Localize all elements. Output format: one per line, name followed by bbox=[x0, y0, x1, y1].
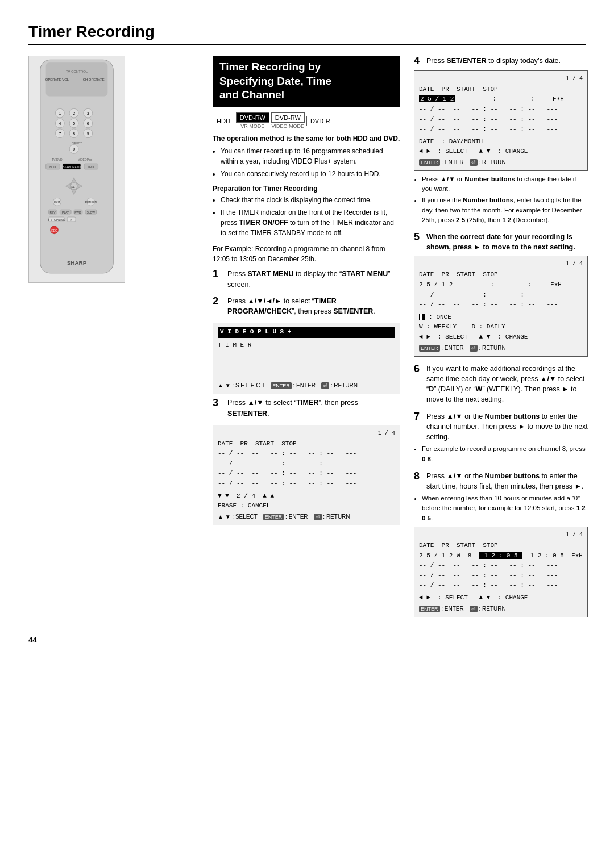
screen-vp-row2 bbox=[218, 350, 395, 360]
svg-text:|>: |> bbox=[70, 219, 72, 222]
step8-header: 8 Press ▲/▼ or the Number buttons to ent… bbox=[414, 471, 588, 491]
screen3-erase: ERASE : CANCEL bbox=[218, 501, 395, 511]
step-2: 2 Press ▲/▼/◄/► to select “TIMER PROGRAM… bbox=[213, 296, 400, 318]
prep-bullet-1: Check that the clock is displaying the c… bbox=[221, 195, 400, 205]
step4-text: Press SET/ENTER to display today’s date. bbox=[426, 56, 561, 66]
step5-num: 5 bbox=[414, 232, 423, 243]
tab-dvd-rw-vr[interactable]: DVD-RW bbox=[236, 112, 269, 123]
tab-dvd-r[interactable]: DVD-R bbox=[306, 116, 334, 126]
screen-videoplus: V I D E O P L U S + T I M E R ▲ ▼ : S E … bbox=[213, 323, 400, 394]
screen3-nav: ▲ ▼ : SELECT ENTER : ENTER ⏎ : RETURN bbox=[218, 512, 395, 521]
screen4-daterow: 2 5 / 1 2 -- -- : -- -- : -- F∗H bbox=[419, 94, 583, 105]
svg-text:5: 5 bbox=[73, 122, 75, 126]
screen4-row2: -- / -- -- -- : -- -- : -- --- bbox=[419, 105, 583, 115]
screen5-weekly-daily: W : WEEKLY D : DAILY bbox=[419, 322, 583, 332]
step-1-num: 1 bbox=[213, 269, 223, 290]
screen4-return: ⏎ : RETURN bbox=[470, 158, 506, 167]
step7-text: Press ▲/▼ or the Number buttons to enter… bbox=[426, 411, 588, 442]
tab-hdd[interactable]: HDD bbox=[213, 116, 234, 126]
svg-text:FWD: FWD bbox=[74, 211, 81, 214]
step7-bullet1: For example to record a programme on cha… bbox=[422, 444, 588, 464]
section-heading-line1: Timer Recording by bbox=[219, 60, 393, 74]
tab-dvd-rw-video[interactable]: DVD-RW bbox=[271, 112, 305, 123]
tab-video-label: VIDEO MODE bbox=[272, 123, 305, 129]
step8-bullet1: When entering less than 10 hours or minu… bbox=[422, 494, 588, 523]
svg-text:SET: SET bbox=[71, 186, 77, 189]
step-2-content: Press ▲/▼/◄/► to select “TIMER PROGRAM/C… bbox=[227, 296, 400, 318]
remote-svg: TV CONTROL OPERATE VOL CH OPERATE 1 2 3 … bbox=[28, 56, 125, 283]
screen4-enter: ENTER : ENTER bbox=[419, 158, 464, 167]
step6-text: If you want to make additional recording… bbox=[426, 364, 588, 405]
step7-bullets: For example to record a programme on cha… bbox=[414, 444, 588, 464]
screen5-row2: -- / -- -- -- : -- -- : -- --- bbox=[419, 290, 583, 301]
tab-dvd-rw-vr-group: DVD-RW VR MODE bbox=[236, 112, 269, 129]
screen5-once: ▌ : ONCE bbox=[419, 312, 583, 323]
tab-vr-label: VR MODE bbox=[240, 123, 264, 129]
screen4-row3: -- / -- -- -- : -- -- : -- --- bbox=[419, 115, 583, 125]
screen-vp-return: ⏎ : RETURN bbox=[321, 381, 358, 390]
section-heading-line3: and Channel bbox=[219, 88, 393, 102]
step8-num: 8 bbox=[414, 471, 423, 482]
screen-vp-row4 bbox=[218, 370, 395, 380]
svg-text:II STOP/LIVE: II STOP/LIVE bbox=[48, 219, 65, 222]
svg-text:6: 6 bbox=[87, 122, 89, 126]
svg-text:0: 0 bbox=[73, 147, 75, 151]
screen8-row2: -- / -- -- -- : -- -- : -- --- bbox=[419, 561, 583, 571]
screen3-enter: ENTER : ENTER bbox=[263, 512, 308, 521]
screen5-select: ◄ ► : SELECT ▲ ▼ : CHANGE bbox=[419, 332, 583, 343]
screen8-return: ⏎ : RETURN bbox=[470, 604, 506, 614]
right-step-7: 7 Press ▲/▼ or the Number buttons to ent… bbox=[414, 411, 588, 464]
screen4-header: DATE PR START STOP bbox=[419, 85, 583, 95]
right-step-5: 5 When the correct date for your recordi… bbox=[414, 232, 588, 356]
svg-text:CH OPERATE: CH OPERATE bbox=[83, 78, 105, 81]
bullet-list-1: You can timer record up to 16 programmes… bbox=[213, 146, 400, 179]
screen5-header: DATE PR START STOP bbox=[419, 270, 583, 280]
step4-bullet1: Press ▲/▼ or Number buttons to change th… bbox=[422, 174, 588, 194]
step4-header: 4 Press SET/ENTER to display today’s dat… bbox=[414, 56, 588, 67]
step6-header: 6 If you want to make additional recordi… bbox=[414, 364, 588, 405]
screen3-row3: -- / -- -- -- : -- -- : -- --- bbox=[218, 469, 395, 479]
screen8-daterow: 2 5 / 1 2 W 8 1 2 : 0 5 1 2 : 0 5 F∗H bbox=[419, 551, 583, 561]
step8-bullets: When entering less than 10 hours or minu… bbox=[414, 494, 588, 523]
svg-text:1: 1 bbox=[59, 111, 61, 115]
screen3-row1: -- / -- -- -- : -- -- : -- --- bbox=[218, 449, 395, 459]
screen5-return: ⏎ : RETURN bbox=[470, 344, 506, 353]
right-step-4: 4 Press SET/ENTER to display today’s dat… bbox=[414, 56, 588, 225]
main-layout: TV CONTROL OPERATE VOL CH OPERATE 1 2 3 … bbox=[28, 56, 586, 624]
svg-text:VIDEOPlus: VIDEOPlus bbox=[78, 158, 93, 161]
screen8-row3: -- / -- -- -- : -- -- : -- --- bbox=[419, 571, 583, 581]
svg-text:RETURN: RETURN bbox=[85, 201, 97, 204]
svg-text:OPERATE VOL: OPERATE VOL bbox=[45, 78, 69, 81]
screen5-fraction: 1 / 4 bbox=[419, 260, 583, 269]
svg-text:START MENU: START MENU bbox=[63, 166, 81, 169]
svg-text:2: 2 bbox=[73, 111, 75, 115]
step6-num: 6 bbox=[414, 364, 423, 375]
step-1-content: Press START MENU to display the “START M… bbox=[227, 269, 400, 290]
prep-bullet-2: If the TIMER indicator on the front of t… bbox=[221, 207, 400, 238]
svg-text:DVD: DVD bbox=[88, 166, 94, 169]
screen-vp-row1: T I M E R bbox=[218, 340, 395, 350]
bullet-1-item-2: You can consecutively record up to 12 ho… bbox=[221, 169, 400, 179]
bold-note: The operation method is the same for bot… bbox=[213, 135, 400, 143]
remote-image-wrap: TV CONTROL OPERATE VOL CH OPERATE 1 2 3 … bbox=[28, 56, 125, 285]
svg-text:TV/DVD: TV/DVD bbox=[52, 158, 63, 161]
example-para: For Example: Recording a programme on ch… bbox=[213, 244, 400, 264]
prep-heading: Preparation for Timer Recording bbox=[213, 185, 400, 193]
page-title: Timer Recording bbox=[28, 23, 586, 41]
screen3-select: ▲ ▼ : SELECT bbox=[218, 512, 258, 521]
step-3-content: Press ▲/▼ to select “TIMER”, then press … bbox=[227, 398, 400, 419]
screen8-header: DATE PR START STOP bbox=[419, 541, 583, 551]
screen4-row4: -- / -- -- -- : -- -- : -- --- bbox=[419, 124, 583, 135]
prep-bullet-list: Check that the clock is displaying the c… bbox=[213, 195, 400, 238]
section-heading-box: Timer Recording by Specifying Date, Time… bbox=[213, 56, 400, 107]
bullet-1-item-1: You can timer record up to 16 programmes… bbox=[221, 146, 400, 166]
screen3-return: ⏎ : RETURN bbox=[314, 512, 350, 521]
step-2-num: 2 bbox=[213, 296, 223, 318]
screen5-row3: -- / -- -- -- : -- -- : -- --- bbox=[419, 300, 583, 310]
step-1: 1 Press START MENU to display the “START… bbox=[213, 269, 400, 290]
svg-text:SHARP: SHARP bbox=[67, 260, 87, 266]
step4-bullet2: If you use the Number buttons, enter two… bbox=[422, 195, 588, 225]
step7-num: 7 bbox=[414, 411, 423, 423]
page: Timer Recording TV CONTROL OPERATE VOL C… bbox=[0, 0, 614, 667]
section-heading-line2: Specifying Date, Time bbox=[219, 74, 393, 89]
